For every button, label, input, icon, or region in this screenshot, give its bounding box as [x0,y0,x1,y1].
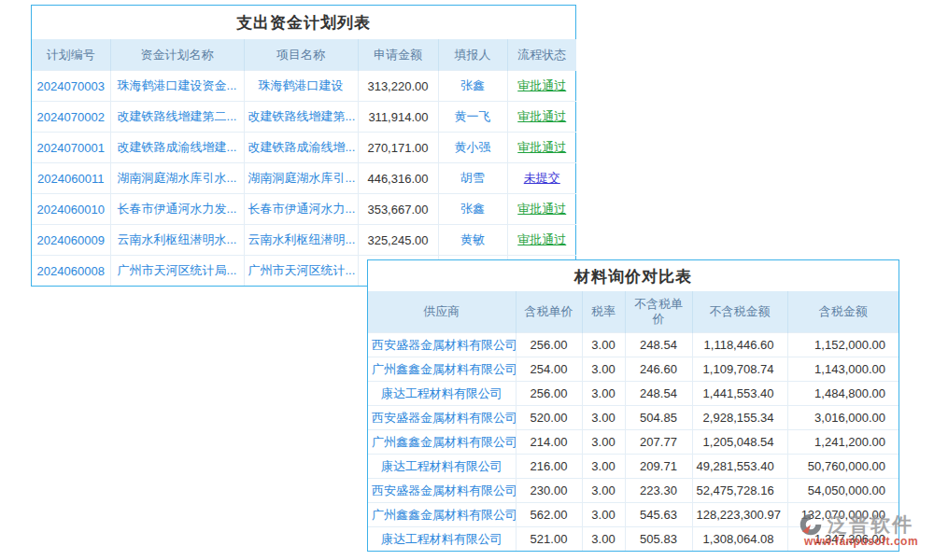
project-name-link[interactable]: 湖南洞庭湖水库引... [244,163,358,194]
price-without-tax-cell: 504.85 [625,406,692,430]
tax-rate-cell: 3.00 [582,455,625,479]
table-row: 广州鑫鑫金属材料有限公司562.003.00545.63128,223,300.… [368,503,899,527]
tax-rate-cell: 3.00 [582,479,625,503]
request-amount-cell: 311,914.00 [358,102,438,133]
column-header: 流程状态 [507,39,576,71]
column-header: 含税单价 [516,291,582,333]
column-header: 申请金额 [358,39,438,71]
fund-plan-name-link[interactable]: 珠海鹤港口建设资金... [110,71,244,102]
amount-with-tax-cell: 54,050,000.00 [787,479,899,503]
table-row: 2024060009云南水利枢纽潜明水...云南水利枢纽潜明...325,245… [32,225,576,256]
table-row: 西安盛器金属材料有限公司256.003.00248.541,118,446.60… [368,333,899,357]
fund-plan-name-link[interactable]: 长春市伊通河水力发... [110,194,244,225]
request-amount-cell: 325,245.00 [358,225,438,256]
amount-with-tax-cell: 1,241,200.00 [787,430,899,455]
plan-id-link[interactable]: 2024070002 [32,102,110,133]
project-name-link[interactable]: 改建铁路线增建第... [244,102,358,133]
material-inquiry-table: 供应商含税单价税率不含税单价不含税金额含税金额 西安盛器金属材料有限公司256.… [368,291,899,551]
price-with-tax-cell: 520.00 [516,406,582,430]
request-amount-cell: 270,171.00 [358,133,438,163]
price-with-tax-cell: 521.00 [516,527,582,552]
supplier-link[interactable]: 康达工程材料有限公司 [368,382,516,406]
column-header: 不含税金额 [692,291,787,333]
workflow-status-link[interactable]: 审批通过 [507,102,576,133]
fund-plan-name-link[interactable]: 湖南洞庭湖水库引水... [110,163,244,194]
workflow-status-link[interactable]: 审批通过 [507,71,576,102]
price-with-tax-cell: 216.00 [516,455,582,479]
price-without-tax-cell: 209.71 [625,455,692,479]
reporter-link[interactable]: 黄一飞 [438,102,507,133]
project-name-link[interactable]: 长春市伊通河水力... [244,194,358,225]
amount-without-tax-cell: 52,475,728.16 [692,479,787,503]
table-row: 2024070003珠海鹤港口建设资金...珠海鹤港口建设313,220.00张… [32,71,576,102]
price-without-tax-cell: 248.54 [625,382,692,406]
supplier-link[interactable]: 西安盛器金属材料有限公司 [368,333,516,357]
supplier-link[interactable]: 广州鑫鑫金属材料有限公司 [368,357,516,382]
column-header: 项目名称 [244,39,358,71]
tax-rate-cell: 3.00 [582,333,625,357]
plan-id-link[interactable]: 2024060010 [32,194,110,225]
reporter-link[interactable]: 黄小强 [438,133,507,163]
project-name-link[interactable]: 云南水利枢纽潜明... [244,225,358,256]
amount-with-tax-cell: 50,760,000.00 [787,455,899,479]
price-with-tax-cell: 256.00 [516,382,582,406]
amount-without-tax-cell: 1,205,048.54 [692,430,787,455]
request-amount-cell: 446,316.00 [358,163,438,194]
column-header: 供应商 [368,291,516,333]
supplier-link[interactable]: 西安盛器金属材料有限公司 [368,479,516,503]
price-without-tax-cell: 545.63 [625,503,692,527]
column-header: 不含税单价 [625,291,692,333]
amount-without-tax-cell: 2,928,155.34 [692,406,787,430]
reporter-link[interactable]: 黄敏 [438,225,507,256]
table-row: 康达工程材料有限公司521.003.00505.831,308,064.081,… [368,527,899,552]
amount-with-tax-cell: 1,143,000.00 [787,357,899,382]
supplier-link[interactable]: 西安盛器金属材料有限公司 [368,406,516,430]
table-row: 广州鑫鑫金属材料有限公司214.003.00207.771,205,048.54… [368,430,899,455]
inquiry-table-header-row: 供应商含税单价税率不含税单价不含税金额含税金额 [368,291,899,333]
plan-id-link[interactable]: 2024070001 [32,133,110,163]
tax-rate-cell: 3.00 [582,503,625,527]
supplier-link[interactable]: 广州鑫鑫金属材料有限公司 [368,503,516,527]
expenditure-plan-table: 计划编号资金计划名称项目名称申请金额填报人流程状态 2024070003珠海鹤港… [32,39,576,286]
plan-id-link[interactable]: 2024060009 [32,225,110,256]
amount-without-tax-cell: 1,109,708.74 [692,357,787,382]
plan-id-link[interactable]: 2024060008 [32,256,110,287]
workflow-status-link[interactable]: 审批通过 [507,225,576,256]
amount-without-tax-cell: 1,441,553.40 [692,382,787,406]
table-row: 2024070002改建铁路线增建第二...改建铁路线增建第...311,914… [32,102,576,133]
workflow-status-link[interactable]: 未提交 [507,163,576,194]
workflow-status-link[interactable]: 审批通过 [507,133,576,163]
workflow-status-link[interactable]: 审批通过 [507,194,576,225]
table-row: 广州鑫鑫金属材料有限公司254.003.00246.601,109,708.74… [368,357,899,382]
tax-rate-cell: 3.00 [582,382,625,406]
reporter-link[interactable]: 张鑫 [438,71,507,102]
tax-rate-cell: 3.00 [582,527,625,552]
supplier-link[interactable]: 康达工程材料有限公司 [368,527,516,552]
amount-without-tax-cell: 1,118,446.60 [692,333,787,357]
material-inquiry-title: 材料询价对比表 [368,260,899,291]
expenditure-plan-title: 支出资金计划列表 [32,6,575,39]
fund-plan-name-link[interactable]: 改建铁路成渝线增建... [110,133,244,163]
table-row: 2024060010长春市伊通河水力发...长春市伊通河水力...353,667… [32,194,576,225]
plan-id-link[interactable]: 2024060011 [32,163,110,194]
fund-plan-name-link[interactable]: 云南水利枢纽潜明水... [110,225,244,256]
table-row: 2024070001改建铁路成渝线增建...改建铁路成渝线增...270,171… [32,133,576,163]
reporter-link[interactable]: 张鑫 [438,194,507,225]
tax-rate-cell: 3.00 [582,406,625,430]
price-with-tax-cell: 562.00 [516,503,582,527]
project-name-link[interactable]: 改建铁路成渝线增... [244,133,358,163]
amount-without-tax-cell: 49,281,553.40 [692,455,787,479]
fund-plan-name-link[interactable]: 广州市天河区统计局... [110,256,244,287]
table-row: 西安盛器金属材料有限公司520.003.00504.852,928,155.34… [368,406,899,430]
table-row: 西安盛器金属材料有限公司230.003.00223.3052,475,728.1… [368,479,899,503]
supplier-link[interactable]: 广州鑫鑫金属材料有限公司 [368,430,516,455]
project-name-link[interactable]: 广州市天河区统计... [244,256,358,287]
reporter-link[interactable]: 胡雪 [438,163,507,194]
fund-plan-name-link[interactable]: 改建铁路线增建第二... [110,102,244,133]
project-name-link[interactable]: 珠海鹤港口建设 [244,71,358,102]
supplier-link[interactable]: 康达工程材料有限公司 [368,455,516,479]
plan-id-link[interactable]: 2024070003 [32,71,110,102]
request-amount-cell: 313,220.00 [358,71,438,102]
column-header: 含税金额 [787,291,899,333]
request-amount-cell: 353,667.00 [358,194,438,225]
